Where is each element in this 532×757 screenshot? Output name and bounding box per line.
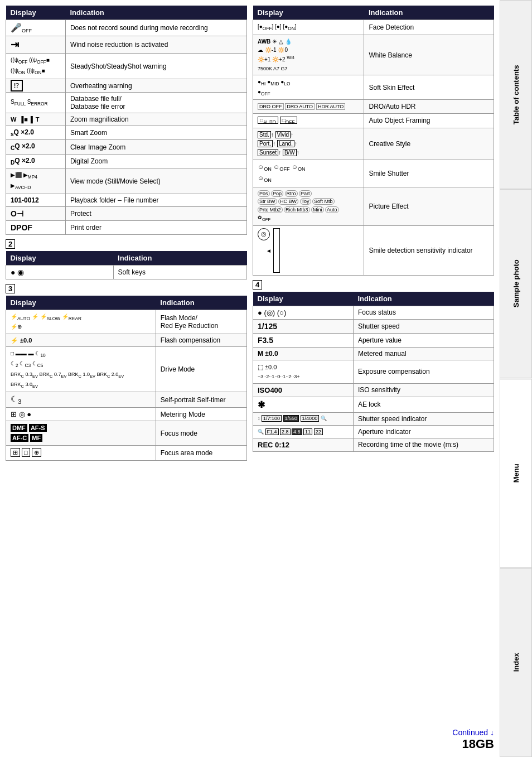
display-cell: ▶⬛ ▶MP4 ▶AVCHD xyxy=(6,168,66,194)
table-row: ↕ 1/7:100 1/550 1/4000 🔍 Shutter speed i… xyxy=(253,412,494,425)
indication-cell: Drive Mode xyxy=(156,347,246,392)
indication-cell: Does not record sound during movie recor… xyxy=(65,20,246,36)
section1: Display Indication 🎤OFF Does not record … xyxy=(6,6,247,603)
table-row: ● ◉ Soft keys xyxy=(6,265,247,279)
table-row: ⊞ ◎ ● Metering Mode xyxy=(6,408,247,421)
page-number-container: 18GB xyxy=(452,737,494,751)
continued-link[interactable]: Continued ↓ xyxy=(452,728,494,737)
display-cell: DQ ×2.0 xyxy=(6,154,66,168)
table-row: M ±0.0 Metered manual xyxy=(253,347,494,360)
section4-indication-header: Indication xyxy=(353,292,494,306)
table-row: ⚡AUTO ⚡ ⚡SLOW ⚡REAR ⚡⊕ Flash Mode/Red Ey… xyxy=(6,310,247,334)
main-content: Display Indication 🎤OFF Does not record … xyxy=(0,0,532,757)
table-row: ⬚ ±0.0 −3··2··1··0··1··2··3+ Exposure co… xyxy=(253,360,494,383)
table-row: DPOF Print order xyxy=(6,220,247,234)
display-cell: Std.↑ Vivid↑ Port.↑ Land.↑ Sunset↑ B/W↑ xyxy=(253,128,364,160)
indication-cell: Focus status xyxy=(353,306,494,319)
display-cell: 🎤OFF xyxy=(6,20,66,36)
table-row: Pos Pop Rtro Part Str BW HC BW Toy Soft … xyxy=(253,187,494,225)
display-cell: Pos Pop Rtro Part Str BW HC BW Toy Soft … xyxy=(253,187,364,225)
display-cell: ⊞ □ ⊕ xyxy=(6,446,156,461)
sidebar-tab-index-label: Index xyxy=(512,653,520,672)
indication-cell: Aperture value xyxy=(353,333,494,347)
indication-cell: SteadyShot/SteadyShot warning xyxy=(65,54,246,79)
table-row: ⚡ ±0.0 Flash compensation xyxy=(6,334,247,347)
page-suffix: GB xyxy=(476,737,494,751)
display-cell: REC 0:12 xyxy=(253,438,354,451)
section3-table: Display Indication ⚡AUTO ⚡ ⚡SLOW ⚡REAR ⚡… xyxy=(6,296,247,461)
display-cell: ⬚ ±0.0 −3··2··1··0··1··2··3+ xyxy=(253,360,354,383)
indication-cell: Focus mode xyxy=(156,421,246,446)
indication-cell: Playback folder – File number xyxy=(65,194,246,206)
section1-display-header: Display xyxy=(6,6,66,20)
display-cell: ● (◎) (○) xyxy=(253,306,354,319)
table-row: DMF AF-S AF-C MF Focus mode xyxy=(6,421,247,446)
sidebar-tab-index[interactable]: Index xyxy=(500,568,532,757)
table-row: ⁉ Overheating warning xyxy=(6,79,247,93)
indication-cell: Protect xyxy=(65,206,246,220)
indication-cell: Self-portrait Self-timer xyxy=(156,392,246,408)
table-row: 1/125 Shutter speed xyxy=(253,319,494,333)
display-cell: W ▐■▐ T xyxy=(6,113,66,126)
display-cell: CQ ×2.0 xyxy=(6,140,66,154)
indication-cell: Digital Zoom xyxy=(65,154,246,168)
sidebar-tab-sample-label: Sample photo xyxy=(512,260,520,308)
display-cell: M ±0.0 xyxy=(253,347,354,360)
indication-cell: Wind noise reduction is activated xyxy=(65,36,246,54)
table-row: ▶⬛ ▶MP4 ▶AVCHD View mode (Still/Movie Se… xyxy=(6,168,247,194)
section3-num: 3 xyxy=(6,284,247,296)
table-row: □AUTO □OFF Auto Object Framing xyxy=(253,113,494,128)
display-cell: AWB ☀ △ 💧 ☁ 🔆-1 🔆0 🔆+1 🔆+2 WB 7500K A7 G… xyxy=(253,35,364,75)
display-cell: F3.5 xyxy=(253,333,354,347)
section4: 4 Display Indication ● (◎) (○) xyxy=(253,280,494,452)
section3-indication-header: Indication xyxy=(156,296,246,310)
table-row: ISO400 ISO sensitivity xyxy=(253,383,494,397)
indication-cell: Clear Image Zoom xyxy=(65,140,246,154)
display-cell: ☺ON ☺OFF ☺ON ☺ON xyxy=(253,160,364,187)
table-row: AWB ☀ △ 💧 ☁ 🔆-1 🔆0 🔆+1 🔆+2 WB 7500K A7 G… xyxy=(253,35,494,75)
indication-cell: Face Detection xyxy=(364,20,494,35)
sidebar-tab-menu[interactable]: Menu xyxy=(500,379,532,568)
display-cell: ◎ ◄ xyxy=(253,225,364,275)
indication-cell: View mode (Still/Movie Select) xyxy=(65,168,246,194)
indication-cell: Picture Effect xyxy=(364,187,494,225)
display-cell: □ ▬▬ ▬ ☾10 ☾2 ☾C3 ☾C5 BRKC 0.3EV BRKC 0.… xyxy=(6,347,156,392)
table-row: 🎤OFF Does not record sound during movie … xyxy=(6,20,247,36)
indication-cell: Metered manual xyxy=(353,347,494,360)
indication-cell: Flash compensation xyxy=(156,334,246,347)
table-row: ● (◎) (○) Focus status xyxy=(253,306,494,319)
right-sidebar: Table of contents Sample photo Menu Inde… xyxy=(500,0,532,757)
display-cell: ↕ 1/7:100 1/550 1/4000 🔍 xyxy=(253,412,354,425)
table-row: DRO OFF DRO AUTO HDR AUTO DRO/Auto HDR xyxy=(253,100,494,114)
right-display-header: Display xyxy=(253,6,364,20)
section2: 2 Display Indication ● ◉ xyxy=(6,239,247,279)
display-cell: SFULL SERROR xyxy=(6,93,66,113)
table-row: Std.↑ Vivid↑ Port.↑ Land.↑ Sunset↑ B/W↑ … xyxy=(253,128,494,160)
table-row: 101-0012 Playback folder – File number xyxy=(6,194,247,206)
indication-cell: ISO sensitivity xyxy=(353,383,494,397)
section3: 3 Display Indication ⚡AUTO ⚡ ⚡SL xyxy=(6,284,247,461)
display-cell: DMF AF-S AF-C MF xyxy=(6,421,156,446)
table-row: CQ ×2.0 Clear Image Zoom xyxy=(6,140,247,154)
display-cell: ⁉ xyxy=(6,79,66,93)
section4-display-header: Display xyxy=(253,292,354,306)
indication-cell: Smile Shutter xyxy=(364,160,494,187)
indication-cell: Shutter speed xyxy=(353,319,494,333)
indication-cell: Flash Mode/Red Eye Reduction xyxy=(156,310,246,334)
indication-cell: Soft keys xyxy=(113,265,246,279)
display-cell: ⊞ ◎ ● xyxy=(6,408,156,421)
sidebar-tab-toc[interactable]: Table of contents xyxy=(500,0,532,189)
sidebar-tab-sample[interactable]: Sample photo xyxy=(500,189,532,378)
table-row: ☺ON ☺OFF ☺ON ☺ON Smile Shutter xyxy=(253,160,494,187)
indication-cell: AE lock xyxy=(353,397,494,412)
section2-table: Display Indication ● ◉ Soft keys xyxy=(6,251,247,279)
page-number: 18 xyxy=(462,737,476,751)
indication-cell: Overheating warning xyxy=(65,79,246,93)
display-cell: 1/125 xyxy=(253,319,354,333)
table-row: ◎ ◄ Smile detection sensitivity indicato… xyxy=(253,225,494,275)
indication-cell: Print order xyxy=(65,220,246,234)
table-row: SFULL SERROR Database file full/Database… xyxy=(6,93,247,113)
indication-cell: DRO/Auto HDR xyxy=(364,100,494,114)
display-cell: ⚡ ±0.0 xyxy=(6,334,156,347)
table-row: ((ψOFF ((ψOFF■ ((ψON ((ψON■ SteadyShot/S… xyxy=(6,54,247,79)
